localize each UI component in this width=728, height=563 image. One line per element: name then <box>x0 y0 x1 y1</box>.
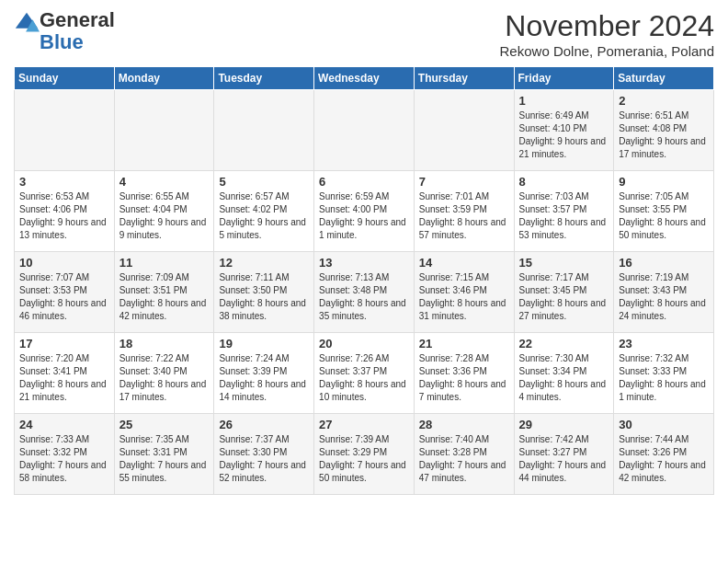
calendar-cell: 9Sunrise: 7:05 AM Sunset: 3:55 PM Daylig… <box>614 171 714 252</box>
day-info: Sunrise: 6:55 AM Sunset: 4:04 PM Dayligh… <box>119 190 210 242</box>
day-number: 8 <box>519 175 609 189</box>
calendar-cell: 15Sunrise: 7:17 AM Sunset: 3:45 PM Dayli… <box>514 252 614 333</box>
day-info: Sunrise: 6:49 AM Sunset: 4:10 PM Dayligh… <box>519 109 609 161</box>
day-info: Sunrise: 7:13 AM Sunset: 3:48 PM Dayligh… <box>319 271 409 323</box>
calendar-week-row: 3Sunrise: 6:53 AM Sunset: 4:06 PM Daylig… <box>15 171 714 252</box>
column-header-thursday: Thursday <box>414 67 514 90</box>
calendar-cell <box>314 90 415 171</box>
day-info: Sunrise: 7:26 AM Sunset: 3:37 PM Dayligh… <box>319 352 409 404</box>
day-info: Sunrise: 7:32 AM Sunset: 3:33 PM Dayligh… <box>619 352 709 404</box>
calendar-week-row: 10Sunrise: 7:07 AM Sunset: 3:53 PM Dayli… <box>15 252 714 333</box>
day-info: Sunrise: 7:22 AM Sunset: 3:40 PM Dayligh… <box>119 352 210 404</box>
day-number: 21 <box>419 337 509 350</box>
calendar-week-row: 24Sunrise: 7:33 AM Sunset: 3:32 PM Dayli… <box>15 414 714 495</box>
calendar-cell: 3Sunrise: 6:53 AM Sunset: 4:06 PM Daylig… <box>15 171 115 252</box>
calendar-cell <box>214 90 314 171</box>
day-info: Sunrise: 7:15 AM Sunset: 3:46 PM Dayligh… <box>419 271 509 323</box>
day-info: Sunrise: 6:51 AM Sunset: 4:08 PM Dayligh… <box>619 109 709 161</box>
day-number: 15 <box>519 256 609 270</box>
day-number: 14 <box>419 256 509 270</box>
column-header-sunday: Sunday <box>15 67 115 90</box>
calendar-cell: 11Sunrise: 7:09 AM Sunset: 3:51 PM Dayli… <box>114 252 214 333</box>
day-info: Sunrise: 7:37 AM Sunset: 3:30 PM Dayligh… <box>219 433 309 485</box>
calendar-cell: 10Sunrise: 7:07 AM Sunset: 3:53 PM Dayli… <box>15 252 115 333</box>
day-number: 9 <box>619 175 709 189</box>
day-info: Sunrise: 7:40 AM Sunset: 3:28 PM Dayligh… <box>419 433 509 485</box>
calendar-cell: 25Sunrise: 7:35 AM Sunset: 3:31 PM Dayli… <box>114 414 214 495</box>
logo-text: General Blue <box>40 9 115 53</box>
subtitle: Rekowo Dolne, Pomerania, Poland <box>500 43 714 59</box>
day-number: 26 <box>219 418 309 431</box>
calendar-cell: 24Sunrise: 7:33 AM Sunset: 3:32 PM Dayli… <box>15 414 115 495</box>
day-number: 7 <box>419 175 509 189</box>
column-header-tuesday: Tuesday <box>214 67 314 90</box>
day-number: 20 <box>319 337 409 350</box>
day-info: Sunrise: 7:19 AM Sunset: 3:43 PM Dayligh… <box>619 271 709 323</box>
day-number: 3 <box>19 175 109 189</box>
day-info: Sunrise: 7:17 AM Sunset: 3:45 PM Dayligh… <box>519 271 609 323</box>
day-info: Sunrise: 7:35 AM Sunset: 3:31 PM Dayligh… <box>119 433 210 485</box>
page-header: General Blue November 2024 Rekowo Dolne,… <box>14 9 714 59</box>
day-number: 13 <box>319 256 409 270</box>
day-number: 11 <box>119 256 210 270</box>
day-number: 27 <box>319 418 409 431</box>
calendar-cell: 23Sunrise: 7:32 AM Sunset: 3:33 PM Dayli… <box>614 333 714 414</box>
day-info: Sunrise: 7:28 AM Sunset: 3:36 PM Dayligh… <box>419 352 509 404</box>
day-number: 30 <box>619 418 709 431</box>
logo: General Blue <box>14 9 115 53</box>
calendar-cell <box>114 90 214 171</box>
calendar-cell: 16Sunrise: 7:19 AM Sunset: 3:43 PM Dayli… <box>614 252 714 333</box>
day-info: Sunrise: 6:53 AM Sunset: 4:06 PM Dayligh… <box>19 190 109 242</box>
calendar-cell: 19Sunrise: 7:24 AM Sunset: 3:39 PM Dayli… <box>214 333 314 414</box>
day-info: Sunrise: 7:30 AM Sunset: 3:34 PM Dayligh… <box>519 352 609 404</box>
day-number: 28 <box>419 418 509 431</box>
day-number: 22 <box>519 337 609 350</box>
day-info: Sunrise: 7:05 AM Sunset: 3:55 PM Dayligh… <box>619 190 709 242</box>
calendar-cell: 18Sunrise: 7:22 AM Sunset: 3:40 PM Dayli… <box>114 333 214 414</box>
column-header-wednesday: Wednesday <box>314 67 415 90</box>
day-info: Sunrise: 7:11 AM Sunset: 3:50 PM Dayligh… <box>219 271 309 323</box>
day-info: Sunrise: 7:07 AM Sunset: 3:53 PM Dayligh… <box>19 271 109 323</box>
calendar-cell: 22Sunrise: 7:30 AM Sunset: 3:34 PM Dayli… <box>514 333 614 414</box>
calendar-cell: 2Sunrise: 6:51 AM Sunset: 4:08 PM Daylig… <box>614 90 714 171</box>
calendar-cell: 17Sunrise: 7:20 AM Sunset: 3:41 PM Dayli… <box>15 333 115 414</box>
calendar-cell: 21Sunrise: 7:28 AM Sunset: 3:36 PM Dayli… <box>414 333 514 414</box>
day-info: Sunrise: 7:24 AM Sunset: 3:39 PM Dayligh… <box>219 352 309 404</box>
day-info: Sunrise: 6:57 AM Sunset: 4:02 PM Dayligh… <box>219 190 309 242</box>
day-number: 2 <box>619 94 709 108</box>
calendar-week-row: 17Sunrise: 7:20 AM Sunset: 3:41 PM Dayli… <box>15 333 714 414</box>
day-info: Sunrise: 7:44 AM Sunset: 3:26 PM Dayligh… <box>619 433 709 485</box>
day-number: 19 <box>219 337 309 350</box>
calendar-cell: 7Sunrise: 7:01 AM Sunset: 3:59 PM Daylig… <box>414 171 514 252</box>
day-number: 16 <box>619 256 709 270</box>
day-number: 29 <box>519 418 609 431</box>
day-info: Sunrise: 7:03 AM Sunset: 3:57 PM Dayligh… <box>519 190 609 242</box>
day-number: 25 <box>119 418 210 431</box>
logo-icon <box>14 11 40 37</box>
calendar-cell: 29Sunrise: 7:42 AM Sunset: 3:27 PM Dayli… <box>514 414 614 495</box>
calendar-cell <box>414 90 514 171</box>
calendar-cell: 12Sunrise: 7:11 AM Sunset: 3:50 PM Dayli… <box>214 252 314 333</box>
day-info: Sunrise: 7:09 AM Sunset: 3:51 PM Dayligh… <box>119 271 210 323</box>
calendar-cell: 26Sunrise: 7:37 AM Sunset: 3:30 PM Dayli… <box>214 414 314 495</box>
day-info: Sunrise: 7:20 AM Sunset: 3:41 PM Dayligh… <box>19 352 109 404</box>
calendar-cell: 6Sunrise: 6:59 AM Sunset: 4:00 PM Daylig… <box>314 171 415 252</box>
day-number: 4 <box>119 175 210 189</box>
calendar-cell: 1Sunrise: 6:49 AM Sunset: 4:10 PM Daylig… <box>514 90 614 171</box>
day-info: Sunrise: 7:33 AM Sunset: 3:32 PM Dayligh… <box>19 433 109 485</box>
column-header-saturday: Saturday <box>614 67 714 90</box>
calendar-cell: 14Sunrise: 7:15 AM Sunset: 3:46 PM Dayli… <box>414 252 514 333</box>
day-info: Sunrise: 7:01 AM Sunset: 3:59 PM Dayligh… <box>419 190 509 242</box>
calendar-header-row: SundayMondayTuesdayWednesdayThursdayFrid… <box>15 67 714 90</box>
day-number: 23 <box>619 337 709 350</box>
calendar-cell: 28Sunrise: 7:40 AM Sunset: 3:28 PM Dayli… <box>414 414 514 495</box>
calendar-cell <box>15 90 115 171</box>
day-info: Sunrise: 6:59 AM Sunset: 4:00 PM Dayligh… <box>319 190 409 242</box>
calendar-week-row: 1Sunrise: 6:49 AM Sunset: 4:10 PM Daylig… <box>15 90 714 171</box>
day-info: Sunrise: 7:42 AM Sunset: 3:27 PM Dayligh… <box>519 433 609 485</box>
day-number: 18 <box>119 337 210 350</box>
column-header-friday: Friday <box>514 67 614 90</box>
calendar-cell: 5Sunrise: 6:57 AM Sunset: 4:02 PM Daylig… <box>214 171 314 252</box>
calendar-table: SundayMondayTuesdayWednesdayThursdayFrid… <box>14 66 714 495</box>
day-number: 17 <box>19 337 109 350</box>
